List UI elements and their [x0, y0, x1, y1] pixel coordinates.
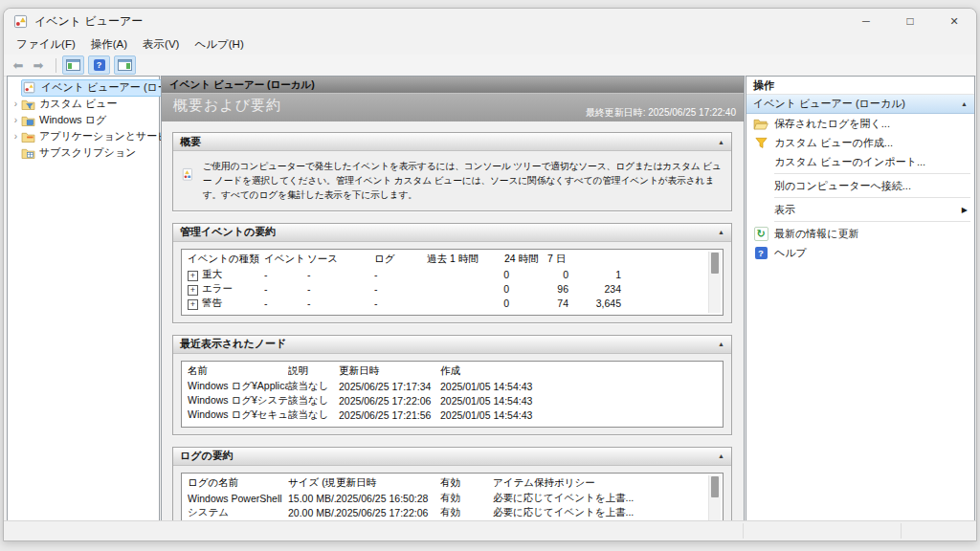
table-cell: 96 — [513, 283, 572, 295]
event-viewer-icon — [23, 81, 38, 95]
table-cell: - — [374, 269, 427, 280]
table-header-cell[interactable]: サイズ (現... — [288, 476, 336, 490]
table-header-cell[interactable]: ログの名前 — [188, 476, 288, 490]
submenu-arrow-icon: ▶ — [962, 206, 968, 214]
title-bar: イベント ビューアー ─ □ ✕ — [4, 9, 976, 33]
expand-plus-icon[interactable]: + — [188, 299, 198, 310]
action-refresh[interactable]: ↻ 最新の情報に更新 — [746, 224, 974, 243]
log-summary-section-header[interactable]: ログの要約 ▲ — [173, 448, 731, 466]
tree-item-custom-views[interactable]: › カスタム ビュー — [8, 96, 159, 112]
table-row[interactable]: システム20.00 MB/...2025/06/25 17:22:06有効必要に… — [188, 506, 706, 520]
table-row[interactable]: +警告---0743,645 — [188, 297, 706, 311]
table-cell: 2025/06/25 17:17:34 — [339, 381, 440, 392]
toolbar: ⬅ ➡ ? — [4, 55, 976, 77]
table-cell: Windows ログ¥セキュリティ — [188, 408, 288, 422]
admin-events-section-header[interactable]: 管理イベントの要約 ▲ — [173, 224, 731, 242]
overview-section: 概要 ▲ ご使用のコンピューターで発生したイベントを表示するには、コンソール ツ… — [172, 132, 732, 211]
chevron-right-icon[interactable]: › — [11, 131, 21, 142]
table-cell: 234 — [572, 283, 625, 295]
back-arrow-icon[interactable]: ⬅ — [10, 58, 27, 72]
tree-item-windows-logs[interactable]: › Windows ログ — [8, 112, 159, 128]
tree-item-apps-services-logs[interactable]: › アプリケーションとサービス ログ — [8, 128, 159, 144]
table-header-cell[interactable]: 過去 1 時間 — [427, 253, 504, 266]
collapse-caret-icon[interactable]: ▲ — [961, 100, 968, 107]
maximize-button[interactable]: □ — [888, 9, 932, 33]
scrollbar-thumb[interactable] — [711, 476, 719, 497]
help-icon: ? — [752, 246, 769, 259]
collapse-caret-icon[interactable]: ▲ — [718, 139, 724, 145]
console-tree-pane: イベント ビューアー (ローカル) › カスタム ビュー › Windows ロ… — [7, 76, 160, 521]
status-bar — [4, 520, 976, 540]
collapse-caret-icon[interactable]: ▲ — [718, 452, 724, 459]
action-create-custom-view[interactable]: カスタム ビューの作成... — [746, 133, 974, 152]
actions-separator — [774, 197, 970, 198]
action-connect-another-computer[interactable]: 別のコンピューターへ接続... — [746, 176, 974, 195]
table-header-cell[interactable]: イベントの種類 — [188, 253, 264, 266]
table-row[interactable]: Windows PowerShell15.00 MB/...2025/06/25… — [188, 492, 706, 506]
table-header-cell[interactable]: 7 日 — [547, 253, 706, 266]
refresh-icon: ↻ — [752, 227, 769, 240]
table-scrollbar[interactable] — [708, 475, 721, 520]
table-row[interactable]: +エラー---096234 — [188, 282, 706, 297]
table-header-cell[interactable]: アイテム保持ポリシー — [493, 476, 706, 490]
table-header-cell[interactable]: 更新日時 — [336, 476, 440, 490]
help-icon[interactable]: ? — [88, 55, 110, 75]
action-open-saved-log[interactable]: 保存されたログを開く... — [746, 114, 974, 133]
tree-item-subscriptions[interactable]: サブスクリプション — [8, 144, 159, 161]
expand-plus-icon[interactable]: + — [188, 285, 198, 296]
table-cell: 0 — [513, 269, 572, 280]
scrollbar-thumb[interactable] — [711, 253, 719, 274]
table-header-cell[interactable]: イベント ID — [264, 253, 307, 266]
collapse-caret-icon[interactable]: ▲ — [718, 229, 724, 235]
menu-help[interactable]: ヘルプ(H) — [187, 34, 251, 55]
last-refresh-label: 最終更新日時: 2025/06/25 17:22:40 — [586, 106, 736, 120]
table-header-cell[interactable]: 24 時間 — [504, 253, 547, 266]
close-button[interactable]: ✕ — [932, 9, 976, 33]
table-scrollbar[interactable] — [708, 252, 721, 313]
table-row[interactable]: +重大---001 — [188, 268, 706, 282]
table-header-cell[interactable]: ソース — [307, 253, 374, 266]
log-summary-section: ログの要約 ▲ ログの名前サイズ (現...更新日時有効アイテム保持ポリシーWi… — [172, 447, 732, 520]
table-header-cell[interactable]: 説明 — [288, 364, 339, 378]
event-viewer-doc-icon — [182, 159, 193, 190]
actions-group-header[interactable]: イベント ビューアー (ローカル) ▲ — [746, 95, 974, 114]
tree-item-label: サブスクリプション — [39, 145, 136, 160]
open-folder-icon — [752, 117, 769, 130]
menu-view[interactable]: 表示(V) — [135, 34, 187, 55]
tree-item-event-viewer-root[interactable]: イベント ビューアー (ローカル) — [8, 79, 159, 96]
table-row[interactable]: Windows ログ¥システム該当なし2025/06/25 17:22:0620… — [188, 394, 706, 408]
tree-item-label: カスタム ビュー — [39, 97, 118, 111]
action-import-custom-view[interactable]: カスタム ビューのインポート... — [746, 152, 974, 171]
table-header-cell[interactable]: 更新日時 — [339, 364, 440, 378]
table-header-cell[interactable]: ログ — [374, 253, 427, 266]
forward-arrow-icon[interactable]: ➡ — [30, 58, 47, 72]
table-cell: 必要に応じてイベントを上書... — [493, 492, 706, 505]
table-row[interactable]: Windows ログ¥Application該当なし2025/06/25 17:… — [188, 380, 706, 394]
expand-plus-icon[interactable]: + — [188, 271, 198, 281]
results-pane: イベント ビューアー (ローカル) 概要および要約 最終更新日時: 2025/0… — [161, 76, 745, 521]
collapse-caret-icon[interactable]: ▲ — [718, 341, 724, 347]
table-cell: - — [307, 283, 374, 295]
actions-pane: 操作 イベント ビューアー (ローカル) ▲ 保存されたログを開く... カスタ… — [746, 76, 975, 521]
menu-file[interactable]: ファイル(F) — [9, 34, 83, 55]
table-header-cell[interactable]: 名前 — [188, 364, 288, 378]
table-header-cell[interactable]: 作成 — [440, 364, 706, 378]
subscriptions-icon — [21, 146, 36, 160]
table-header-cell[interactable]: 有効 — [440, 476, 493, 490]
table-cell: 必要に応じてイベントを上書... — [493, 506, 706, 519]
chevron-right-icon[interactable]: › — [11, 99, 21, 109]
table-cell: 該当なし — [288, 380, 339, 393]
action-pane-toggle-icon[interactable] — [114, 55, 136, 75]
menu-action[interactable]: 操作(A) — [83, 34, 135, 55]
action-help[interactable]: ? ヘルプ — [746, 243, 974, 262]
chevron-right-icon[interactable]: › — [11, 115, 21, 125]
action-view[interactable]: 表示 ▶ — [746, 200, 974, 219]
table-row[interactable]: Windows ログ¥セキュリティ該当なし2025/06/25 17:21:56… — [188, 408, 706, 423]
table-cell: 0 — [427, 298, 513, 309]
recent-nodes-section-header[interactable]: 最近表示されたノード ▲ — [173, 336, 731, 354]
table-cell: 2025/06/25 17:22:06 — [339, 395, 440, 407]
console-tree-toggle-icon[interactable] — [62, 55, 84, 75]
table-cell: - — [374, 298, 427, 309]
overview-section-header[interactable]: 概要 ▲ — [173, 133, 731, 151]
minimize-button[interactable]: ─ — [844, 9, 888, 33]
